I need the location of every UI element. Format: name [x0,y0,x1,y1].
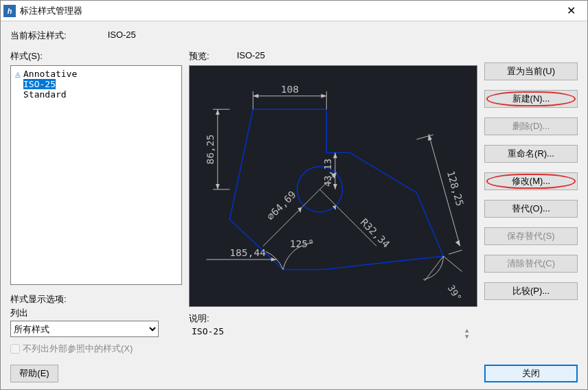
current-style-row: 当前标注样式: ISO-25 [10,30,578,42]
save-override-button: 保存替代(S) [484,227,578,245]
help-button[interactable]: 帮助(E) [10,365,58,382]
preview-style-name: ISO-25 [237,50,265,62]
description-label: 说明: [189,312,477,325]
svg-marker-11 [216,184,220,190]
annotative-icon: ◬ [15,69,23,79]
rename-button[interactable]: 重命名(R)... [484,145,578,163]
preview-label: 预览: [189,50,210,62]
styles-section-label: 样式(S): [10,50,182,62]
main-row: 样式(S): ◬Annotative ISO-25 Standard 样式显示选… [10,50,578,355]
modify-button[interactable]: 修改(M)... [484,172,578,190]
style-item-iso25[interactable]: ISO-25 [14,79,179,89]
set-current-button[interactable]: 置为当前(U) [484,62,578,80]
svg-marker-10 [216,109,220,115]
compare-button[interactable]: 比较(P)... [484,282,578,300]
override-button[interactable]: 替代(O)... [484,200,578,218]
svg-text:125°: 125° [290,238,314,249]
current-style-label: 当前标注样式: [10,30,67,42]
xref-checkbox-label: 不列出外部参照中的样式(X) [23,343,133,355]
close-button[interactable]: 关闭 [484,365,578,382]
style-item-annotative[interactable]: ◬Annotative [14,69,179,79]
window-close-button[interactable]: ✕ [557,1,585,21]
preview-header: 预览: ISO-25 [189,50,477,62]
svg-text:43,13: 43,13 [322,159,333,187]
app-icon: h [3,5,16,17]
svg-marker-4 [253,94,258,98]
display-options: 样式显示选项: 列出 所有样式 不列出外部参照中的样式(X) [10,293,182,355]
svg-line-34 [443,256,462,271]
dimension-style-manager-window: h 标注样式管理器 ✕ 当前标注样式: ISO-25 样式(S): ◬Annot… [0,0,588,390]
description-block: 说明: ISO-25 ▲ ▼ [189,312,477,355]
new-button[interactable]: 新建(N)... [484,90,578,108]
svg-line-19 [449,250,462,254]
style-item-standard[interactable]: Standard [14,89,179,100]
titlebar: h 标注样式管理器 ✕ [1,1,587,21]
style-item-label: Annotative [23,69,77,79]
svg-text:185,44: 185,44 [229,246,266,258]
clear-override-button: 清除替代(C) [484,255,578,273]
svg-marker-5 [321,94,327,98]
preview-area: 108 86,25 43,13 [189,65,477,307]
svg-text:39°: 39° [446,283,464,303]
display-options-title: 样式显示选项: [10,293,182,306]
center-column: 预览: ISO-25 108 [189,50,477,355]
window-title: 标注样式管理器 [20,5,557,17]
style-list[interactable]: ◬Annotative ISO-25 Standard [10,65,182,285]
svg-line-35 [425,256,443,281]
svg-text:128,25: 128,25 [445,170,466,207]
list-label: 列出 [10,307,182,319]
current-style-value: ISO-25 [108,30,136,42]
spinner-down-icon[interactable]: ▼ [465,334,475,340]
footer: 帮助(E) 关闭 [1,362,587,389]
style-item-label: Standard [23,89,67,100]
style-item-label: ISO-25 [23,79,56,89]
xref-checkbox-row: 不列出外部参照中的样式(X) [10,343,182,355]
list-filter-dropdown[interactable]: 所有样式 [10,321,159,337]
right-column: 置为当前(U) 新建(N)... 删除(D)... 重命名(R)... 修改(M… [484,50,578,355]
svg-text:86,25: 86,25 [204,135,216,165]
description-value: ISO-25 [192,326,224,336]
description-spinners[interactable]: ▲ ▼ [465,328,475,340]
svg-text:108: 108 [281,83,299,95]
preview-drawing: 108 86,25 43,13 [190,66,477,306]
content-area: 当前标注样式: ISO-25 样式(S): ◬Annotative ISO-25… [1,21,587,362]
svg-marker-14 [333,152,337,158]
delete-button: 删除(D)... [484,117,578,135]
svg-marker-21 [455,240,460,246]
svg-text:∅64,69: ∅64,69 [264,188,298,222]
left-column: 样式(S): ◬Annotative ISO-25 Standard 样式显示选… [10,50,182,355]
description-box: ISO-25 ▲ ▼ [189,325,477,355]
xref-checkbox[interactable] [10,344,20,354]
svg-marker-15 [333,184,337,190]
svg-marker-24 [297,207,302,213]
